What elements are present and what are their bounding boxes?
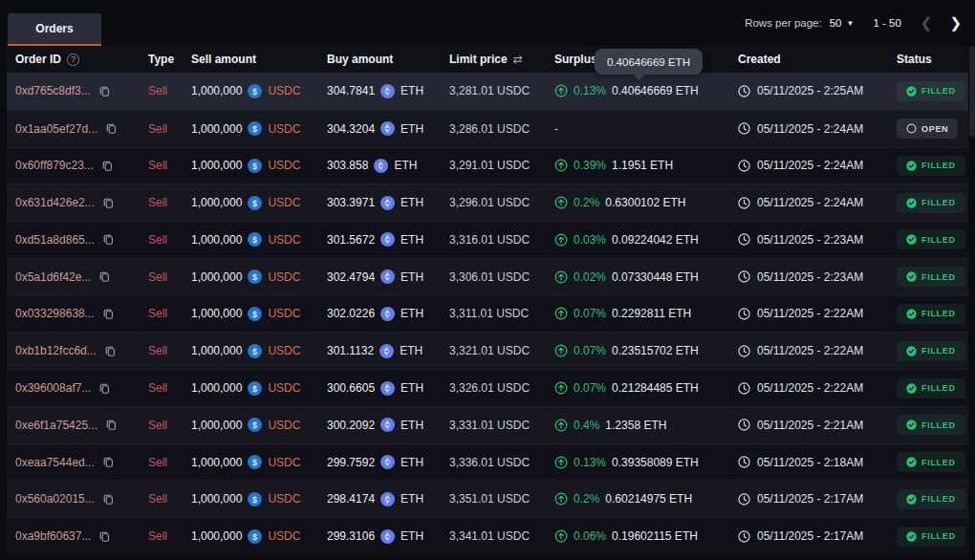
table-row[interactable]: 0xd51a8d865... Sell 1,000,000 $ USDC 301… [7, 221, 968, 258]
sell-token-link[interactable]: USDC [268, 159, 300, 172]
scrollbar-thumb[interactable] [969, 46, 975, 137]
order-id-link[interactable]: 0xd51a8d865... [15, 233, 95, 247]
rows-per-page-select[interactable]: 50 ▼ [830, 17, 855, 29]
copy-icon[interactable] [98, 382, 111, 395]
buy-token-link[interactable]: ETH [401, 456, 423, 469]
sell-token-link[interactable]: USDC [268, 122, 300, 136]
sell-token-link[interactable]: USDC [268, 492, 300, 506]
sell-token-link[interactable]: USDC [268, 381, 300, 395]
order-id-link[interactable]: 0xd765c8df3... [15, 84, 91, 97]
table-row[interactable]: 0xb1b12fcc6d... Sell 1,000,000 $ USDC 30… [7, 332, 968, 369]
clock-icon [738, 233, 750, 246]
copy-icon[interactable] [105, 122, 118, 135]
buy-token-link[interactable]: ETH [401, 381, 423, 395]
copy-icon[interactable] [101, 160, 114, 172]
table-row[interactable]: 0x60ff879c23... Sell 1,000,000 $ USDC 30… [7, 147, 968, 184]
order-id-link[interactable]: 0xeaa7544ed... [15, 456, 95, 469]
buy-token-link[interactable]: ETH [401, 492, 423, 506]
buy-amount: 299.3106 [327, 529, 375, 543]
table-row[interactable]: 0x560a02015... Sell 1,000,000 $ USDC 298… [7, 480, 968, 517]
sell-token-link[interactable]: USDC [268, 419, 300, 432]
check-circle-icon [906, 198, 917, 208]
svg-text:$: $ [252, 346, 257, 355]
surplus-value: 0.2292811 ETH [612, 307, 691, 320]
buy-token-link[interactable]: ETH [401, 233, 423, 247]
copy-icon[interactable] [105, 419, 118, 431]
sell-token-link[interactable]: USDC [268, 344, 300, 357]
order-type: Sell [148, 492, 167, 506]
sell-token-link[interactable]: USDC [268, 196, 300, 209]
help-icon[interactable]: ? [67, 54, 79, 66]
invert-price-icon[interactable]: ⇄ [513, 53, 523, 66]
clock-icon [738, 308, 750, 320]
limit-price: 3,336.01 USDC [449, 456, 530, 469]
order-id-link[interactable]: 0x1aa05ef27d... [15, 122, 98, 136]
sell-token-link[interactable]: USDC [268, 233, 300, 247]
table-row[interactable]: 0xeaa7544ed... Sell 1,000,000 $ USDC 299… [7, 443, 968, 481]
buy-token-link[interactable]: ETH [394, 159, 417, 172]
table-row[interactable]: 0xa9bf60637... Sell 1,000,000 $ USDC 299… [7, 517, 968, 554]
buy-token-link[interactable]: ETH [401, 529, 423, 543]
table-row[interactable]: 0xd765c8df3... Sell 1,000,000 $ USDC 304… [7, 73, 968, 110]
copy-icon[interactable] [98, 530, 111, 543]
status-label: FILLED [921, 235, 956, 245]
buy-token-link[interactable]: ETH [401, 419, 423, 432]
buy-token-link[interactable]: ETH [400, 344, 422, 357]
order-id-link[interactable]: 0x033298638... [15, 307, 95, 320]
copy-icon[interactable] [102, 456, 115, 468]
check-circle-icon [906, 86, 917, 97]
order-id-link[interactable]: 0x560a02015... [15, 492, 95, 506]
sell-token-link[interactable]: USDC [268, 529, 300, 543]
surplus-percent: 0.07% [574, 307, 606, 320]
copy-icon[interactable] [98, 85, 111, 97]
table-row[interactable]: 0x1aa05ef27d... Sell 1,000,000 $ USDC 30… [7, 110, 968, 147]
order-id-link[interactable]: 0xa9bf60637... [15, 529, 91, 543]
buy-token-link[interactable]: ETH [401, 270, 423, 284]
copy-icon[interactable] [102, 197, 115, 209]
next-page-icon[interactable]: ❯ [949, 14, 962, 32]
surplus-up-icon [554, 529, 568, 543]
table-row[interactable]: 0xe6f1a75425... Sell 1,000,000 $ USDC 30… [7, 406, 968, 443]
sell-token-link[interactable]: USDC [268, 456, 300, 469]
copy-glyph [102, 308, 115, 320]
buy-amount: 301.5672 [327, 233, 375, 247]
surplus-up-icon [554, 233, 568, 247]
buy-token-link[interactable]: ETH [401, 84, 423, 97]
copy-icon[interactable] [98, 270, 111, 283]
status-badge: FILLED [897, 489, 965, 509]
order-id-link[interactable]: 0x5a1d6f42e... [15, 270, 91, 284]
order-id-link[interactable]: 0xe6f1a75425... [15, 419, 98, 432]
copy-icon[interactable] [102, 493, 115, 506]
col-surplus: Surplus [554, 53, 597, 66]
order-type: Sell [148, 344, 167, 357]
sell-token-link[interactable]: USDC [268, 270, 300, 284]
buy-amount: 303.3971 [327, 196, 375, 209]
limit-price: 3,316.01 USDC [449, 233, 530, 247]
order-id-link[interactable]: 0xb1b12fcc6d... [15, 344, 97, 357]
table-row[interactable]: 0x033298638... Sell 1,000,000 $ USDC 302… [7, 295, 968, 333]
copy-icon[interactable] [102, 233, 115, 246]
table-row[interactable]: 0x631d426e2... Sell 1,000,000 $ USDC 303… [7, 183, 968, 221]
tab-orders[interactable]: Orders [8, 13, 101, 46]
copy-icon[interactable] [102, 308, 115, 320]
surplus-up-icon [554, 196, 568, 209]
buy-token-link[interactable]: ETH [401, 122, 423, 136]
copy-glyph [102, 456, 115, 468]
order-id-link[interactable]: 0x631d426e2... [15, 196, 95, 209]
sell-token-link[interactable]: USDC [268, 84, 300, 97]
surplus-value: 0.40646669 ETH [612, 84, 699, 97]
order-id-link[interactable]: 0x60ff879c23... [15, 159, 94, 172]
scrollbar-track[interactable] [969, 46, 975, 554]
eth-icon [379, 344, 394, 358]
copy-icon[interactable] [104, 345, 117, 357]
sell-amount: 1,000,000 [191, 159, 242, 172]
table-row[interactable]: 0x396008af7... Sell 1,000,000 $ USDC 300… [7, 369, 968, 406]
copy-glyph [102, 493, 115, 506]
created-time: 05/11/2025 - 2:24AM [757, 196, 863, 209]
sell-token-link[interactable]: USDC [268, 307, 300, 320]
table-row[interactable]: 0x5a1d6f42e... Sell 1,000,000 $ USDC 302… [7, 258, 968, 295]
buy-token-link[interactable]: ETH [401, 307, 423, 320]
prev-page-icon[interactable]: ❮ [921, 14, 933, 32]
buy-token-link[interactable]: ETH [401, 196, 423, 209]
order-id-link[interactable]: 0x396008af7... [15, 381, 91, 395]
